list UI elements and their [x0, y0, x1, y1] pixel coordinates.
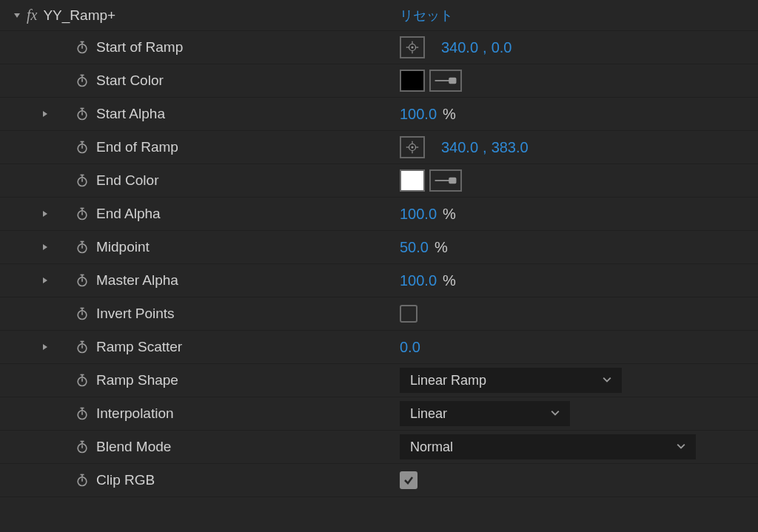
prop-row-end-of-ramp: ◆ End of Ramp 340.0 , 383.0: [0, 131, 758, 164]
prop-row-start-alpha: ◆ Start Alpha 100.0 %: [0, 98, 758, 131]
color-swatch[interactable]: [400, 70, 425, 92]
stopwatch-icon[interactable]: [71, 40, 93, 55]
reset-link[interactable]: リセット: [400, 7, 453, 24]
expand-icon[interactable]: [34, 277, 56, 284]
point-target-button[interactable]: [400, 36, 425, 58]
stopwatch-icon[interactable]: [71, 473, 93, 488]
unit-label: %: [443, 272, 456, 289]
prop-label: Start of Ramp: [96, 39, 183, 55]
point-y-value[interactable]: 383.0: [492, 139, 529, 156]
prop-row-ramp-shape: ◆ Ramp Shape Linear Ramp: [0, 364, 758, 397]
dropdown-ramp-shape[interactable]: Linear Ramp: [400, 368, 622, 393]
prop-label: End Alpha: [96, 206, 161, 222]
prop-label: End Color: [96, 172, 159, 189]
numeric-value[interactable]: 0.0: [400, 339, 420, 356]
stopwatch-icon[interactable]: [71, 406, 93, 421]
prop-label: End of Ramp: [96, 139, 178, 155]
stopwatch-icon[interactable]: [71, 340, 93, 354]
expand-icon[interactable]: [34, 210, 56, 218]
numeric-value[interactable]: 100.0: [400, 272, 437, 289]
prop-label: Ramp Scatter: [96, 339, 182, 355]
dropdown-value: Linear Ramp: [410, 373, 486, 388]
unit-label: %: [443, 206, 456, 223]
prop-label: Invert Points: [96, 306, 175, 322]
chevron-down-icon: [677, 441, 685, 453]
color-swatch[interactable]: [400, 169, 425, 192]
prop-row-start-color: ◆ Start Color: [0, 64, 758, 98]
effect-name[interactable]: YY_Ramp+: [43, 7, 115, 24]
effect-header-row: fx YY_Ramp+ リセット: [0, 0, 758, 31]
prop-row-invert-points: ◆ Invert Points: [0, 297, 758, 331]
stopwatch-icon[interactable]: [71, 373, 93, 388]
eyedropper-button[interactable]: [429, 70, 462, 92]
point-x-value[interactable]: 340.0: [441, 139, 478, 156]
expand-icon[interactable]: [34, 243, 56, 251]
effect-controls-panel: fx YY_Ramp+ リセット ◆ Start of Ramp 340.0 ,…: [0, 0, 758, 497]
prop-label: Master Alpha: [96, 272, 178, 289]
svg-point-5: [412, 47, 413, 48]
point-y-value[interactable]: 0.0: [492, 39, 512, 56]
prop-row-master-alpha: ◆ Master Alpha 100.0 %: [0, 264, 758, 297]
numeric-value[interactable]: 50.0: [400, 239, 429, 256]
prop-row-ramp-scatter: ◆ Ramp Scatter 0.0: [0, 331, 758, 364]
prop-label: Interpolation: [96, 405, 174, 422]
unit-label: %: [443, 106, 456, 123]
numeric-value[interactable]: 100.0: [400, 106, 437, 123]
prop-label: Start Alpha: [96, 106, 165, 122]
fx-icon[interactable]: fx: [27, 7, 40, 24]
prop-row-blend-mode: ◆ Blend Mode Normal: [0, 431, 758, 464]
point-x-value[interactable]: 340.0: [441, 39, 478, 56]
expand-icon[interactable]: [34, 110, 56, 118]
prop-label: Ramp Shape: [96, 372, 178, 388]
prop-label: Midpoint: [96, 239, 150, 255]
prop-label: Blend Mode: [96, 439, 171, 455]
coord-separator: ,: [483, 39, 487, 56]
stopwatch-icon[interactable]: [71, 206, 93, 221]
stopwatch-icon[interactable]: [71, 240, 93, 255]
prop-label: Start Color: [96, 73, 164, 89]
collapse-effect-icon[interactable]: [6, 12, 28, 19]
chevron-down-icon: [603, 374, 611, 386]
coord-separator: ,: [483, 139, 487, 156]
prop-row-clip-rgb: ◆ Clip RGB: [0, 464, 758, 497]
prop-row-interpolation: ◆ Interpolation Linear: [0, 397, 758, 431]
unit-label: %: [435, 239, 448, 256]
chevron-down-icon: [551, 408, 560, 420]
checkbox-checked[interactable]: [400, 471, 417, 489]
prop-row-start-of-ramp: ◆ Start of Ramp 340.0 , 0.0: [0, 31, 758, 64]
stopwatch-icon[interactable]: [71, 440, 93, 454]
stopwatch-icon[interactable]: [71, 273, 93, 288]
expand-icon[interactable]: [34, 343, 56, 351]
dropdown-interpolation[interactable]: Linear: [400, 401, 570, 426]
prop-row-midpoint: ◆ Midpoint 50.0 %: [0, 231, 758, 264]
stopwatch-icon[interactable]: [71, 107, 93, 121]
svg-rect-35: [449, 178, 456, 183]
eyedropper-button[interactable]: [429, 169, 462, 192]
stopwatch-icon[interactable]: [71, 173, 93, 188]
numeric-value[interactable]: 100.0: [400, 206, 437, 223]
stopwatch-icon[interactable]: [71, 73, 93, 88]
svg-rect-15: [449, 78, 456, 84]
dropdown-blend-mode[interactable]: Normal: [400, 434, 696, 459]
svg-point-25: [412, 147, 413, 148]
dropdown-value: Normal: [410, 440, 453, 455]
checkbox-unchecked[interactable]: [400, 305, 417, 323]
stopwatch-icon[interactable]: [71, 140, 93, 155]
point-target-button[interactable]: [400, 136, 425, 158]
prop-row-end-alpha: ◆ End Alpha 100.0 %: [0, 198, 758, 231]
prop-label: Clip RGB: [96, 472, 155, 488]
dropdown-value: Linear: [410, 406, 447, 422]
stopwatch-icon[interactable]: [71, 306, 93, 321]
prop-row-end-color: ◆ End Color: [0, 164, 758, 198]
